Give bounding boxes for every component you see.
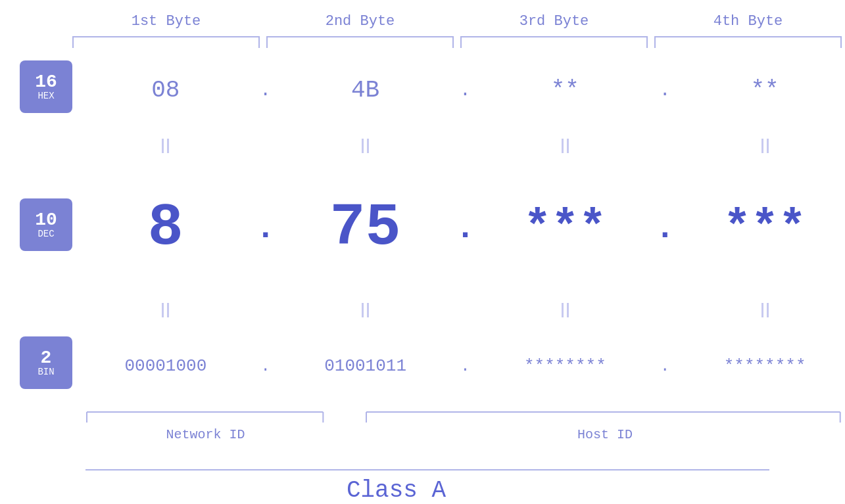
network-id-label: Network ID (85, 427, 326, 442)
dec-byte2: 75 (285, 195, 446, 262)
dec-byte1: 8 (85, 195, 246, 262)
top-brackets (69, 36, 845, 37)
byte-headers: 1st Byte 2nd Byte 3rd Byte 4th Byte (69, 13, 845, 30)
network-bracket-container (85, 411, 326, 424)
bar2a (362, 139, 364, 153)
bar3b (567, 139, 569, 153)
bin-dot1: . (246, 357, 285, 375)
byte1-header: 1st Byte (69, 13, 263, 30)
host-id-label: Host ID (365, 427, 845, 442)
sep2-cell1 (85, 303, 246, 317)
bar6a (362, 303, 364, 317)
sep1-cell4 (685, 139, 845, 153)
bin-row: 00001000 . 01001011 . ******** . (85, 327, 845, 405)
bracket-byte1 (72, 36, 260, 37)
byte4-header: 4th Byte (651, 13, 845, 30)
class-label-container: Class A (0, 477, 792, 504)
dec-badge: 10 DEC (20, 198, 72, 251)
sep-row2 (85, 294, 845, 327)
bin-byte1: 00001000 (85, 356, 246, 376)
bracket-byte2 (266, 36, 454, 37)
bin-byte3: ******** (485, 356, 646, 376)
hex-row: 08 . 4B . ** . ** (85, 51, 845, 129)
id-labels-row: Network ID Host ID (85, 427, 845, 442)
bar2b (367, 139, 369, 153)
dbar7 (562, 303, 569, 317)
bar7a (562, 303, 564, 317)
bottom-bracket-row (85, 411, 845, 424)
hex-byte1: 08 (85, 77, 246, 104)
bar7b (567, 303, 569, 317)
gap-dot-between (326, 411, 365, 424)
bar8a (761, 303, 763, 317)
host-bracket-container (365, 411, 845, 424)
bar1b (167, 139, 169, 153)
hex-badge-wrap: 16 HEX (20, 51, 72, 129)
bin-byte2: 01001011 (285, 356, 446, 376)
byte3-header: 3rd Byte (457, 13, 651, 30)
gap2 (326, 427, 365, 442)
hex-dot2: . (446, 80, 485, 101)
dec-badge-wrap: 10 DEC (20, 162, 72, 294)
bracket-byte3 (460, 36, 648, 37)
sep2-cell2 (285, 303, 446, 317)
bin-byte4: ******** (685, 356, 845, 376)
dec-dot1: . (246, 210, 285, 247)
content-wrapper: 16 HEX 10 DEC 2 BIN (0, 51, 845, 461)
bar4a (761, 139, 763, 153)
sep1-cell2 (285, 139, 446, 153)
dec-label: DEC (37, 229, 54, 239)
hex-dot1: . (246, 80, 285, 101)
values-grid: 08 . 4B . ** . ** (85, 51, 845, 461)
hex-badge: 16 HEX (20, 60, 72, 113)
class-section: Class A ipshu.com (0, 469, 845, 504)
hex-byte2: 4B (285, 77, 446, 104)
bin-label: BIN (37, 367, 54, 377)
hex-dot3: . (645, 80, 685, 101)
bin-dot2: . (446, 357, 485, 375)
dbar6 (362, 303, 369, 317)
dec-dot3: . (645, 210, 685, 247)
class-label: Class A (347, 477, 446, 504)
bar6b (367, 303, 369, 317)
bar5b (167, 303, 169, 317)
bar1a (162, 139, 164, 153)
bin-dot3: . (645, 357, 685, 375)
hex-byte4: ** (685, 77, 845, 104)
dec-byte4: *** (685, 202, 845, 254)
dbar1 (162, 139, 169, 153)
bar8b (767, 303, 769, 317)
bin-number: 2 (41, 349, 52, 367)
labels-column: 16 HEX 10 DEC 2 BIN (0, 51, 85, 461)
dbar8 (761, 303, 769, 317)
dbar4 (761, 139, 769, 153)
dec-number: 10 (35, 211, 57, 229)
bottom-label-section: Network ID Host ID (85, 411, 845, 442)
hex-byte3: ** (485, 77, 646, 104)
bar4b (767, 139, 769, 153)
network-bracket-svg (85, 411, 326, 424)
main-container: 1st Byte 2nd Byte 3rd Byte 4th Byte 16 H… (0, 0, 845, 504)
dec-byte3: *** (485, 202, 646, 254)
byte2-header: 2nd Byte (263, 13, 457, 30)
host-bracket-svg (365, 411, 845, 424)
bin-badge-wrap: 2 BIN (20, 327, 72, 405)
hex-label: HEX (37, 91, 54, 101)
dbar3 (562, 139, 569, 153)
bar5a (162, 303, 164, 317)
dec-dot2: . (446, 210, 485, 247)
dbar2 (362, 139, 369, 153)
sep2-cell3 (485, 303, 646, 317)
bracket-byte4 (654, 36, 842, 37)
bar3a (562, 139, 564, 153)
hex-number: 16 (35, 73, 57, 91)
sep1-cell3 (485, 139, 646, 153)
dec-row: 8 . 75 . *** . *** (85, 162, 845, 294)
sep1-cell1 (85, 139, 246, 153)
class-line (85, 469, 769, 470)
bin-badge: 2 BIN (20, 336, 72, 389)
sep2-cell4 (685, 303, 845, 317)
sep-row1 (85, 129, 845, 162)
dbar5 (162, 303, 169, 317)
